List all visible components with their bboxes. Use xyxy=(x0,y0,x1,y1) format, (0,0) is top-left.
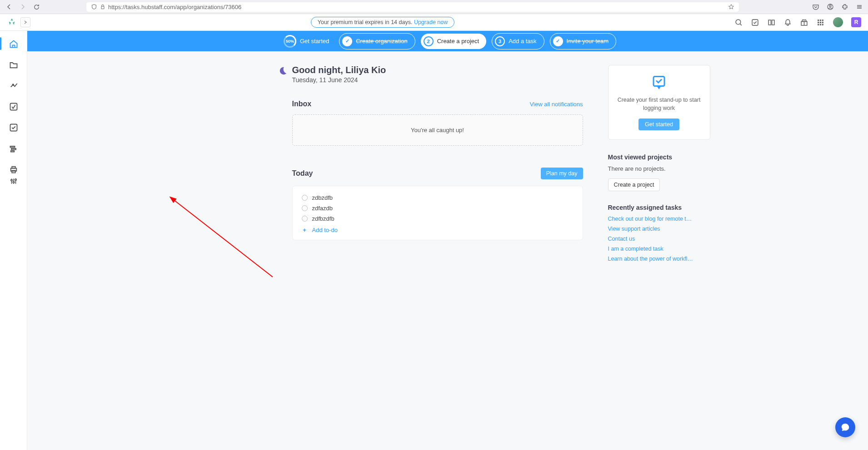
create-project-button[interactable]: Create a project xyxy=(608,178,660,191)
recent-link[interactable]: Check out our blog for remote tea… xyxy=(608,216,694,222)
svg-rect-21 xyxy=(11,148,16,150)
svg-rect-5 xyxy=(769,20,771,25)
today-title: Today xyxy=(292,169,313,178)
star-icon[interactable] xyxy=(728,4,734,10)
expand-sidebar-button[interactable] xyxy=(20,17,30,27)
inbox-title: Inbox xyxy=(292,100,312,108)
svg-point-17 xyxy=(12,84,14,85)
svg-point-28 xyxy=(15,179,16,180)
svg-point-27 xyxy=(13,182,14,183)
sidebar-folder[interactable] xyxy=(9,60,19,70)
sidebar-sprint[interactable] xyxy=(9,81,19,91)
add-todo-button[interactable]: + Add to-do xyxy=(302,224,574,233)
recent-link[interactable]: View support articles xyxy=(608,226,694,232)
svg-rect-18 xyxy=(10,104,17,110)
upgrade-link[interactable]: Upgrade now xyxy=(414,19,448,25)
recent-header: Recently assigned tasks xyxy=(608,204,710,211)
sidebar xyxy=(0,31,27,450)
search-icon[interactable] xyxy=(735,18,743,26)
content: Good night, Liliya Kio Tuesday, 11 June … xyxy=(185,51,710,293)
main-column: Good night, Liliya Kio Tuesday, 11 June … xyxy=(292,65,583,275)
progress-ring: 50% xyxy=(284,35,296,48)
svg-rect-22 xyxy=(10,151,14,152)
chat-fab[interactable] xyxy=(835,417,855,437)
svg-rect-9 xyxy=(820,20,821,21)
back-button[interactable] xyxy=(5,2,14,11)
standup-text: Create your first stand-up to start logg… xyxy=(616,96,703,112)
todo-item[interactable]: zdfazdb xyxy=(302,203,574,213)
projects-header: Most viewed projects xyxy=(608,153,710,161)
todo-item[interactable]: zdfbzdfb xyxy=(302,213,574,224)
checklist-icon[interactable] xyxy=(751,18,759,26)
panels-icon[interactable] xyxy=(768,18,776,26)
inbox-header: Inbox View all notifications xyxy=(292,100,583,108)
onboard-get-started[interactable]: 50% Get started xyxy=(279,32,334,50)
step-number: 3 xyxy=(495,36,505,46)
recent-link[interactable]: Learn about the power of workflows xyxy=(608,256,694,262)
onboarding-banner: 50% Get started ✓ Create organization 2 … xyxy=(27,31,868,51)
step-create-organization[interactable]: ✓ Create organization xyxy=(339,33,415,49)
lock-icon xyxy=(100,4,105,10)
sidebar-roadmap[interactable] xyxy=(9,143,19,153)
svg-rect-13 xyxy=(822,21,823,23)
apps-icon[interactable] xyxy=(817,18,825,26)
inbox-empty-state: You're all caught up! xyxy=(292,114,583,146)
sidebar-print[interactable] xyxy=(9,164,19,174)
check-icon: ✓ xyxy=(553,36,563,46)
todo-checkbox[interactable] xyxy=(302,195,308,201)
step-create-project[interactable]: 2 Create a project xyxy=(421,34,487,49)
svg-rect-24 xyxy=(12,167,15,168)
app-logo[interactable] xyxy=(7,17,17,27)
plan-my-day-button[interactable]: Plan my day xyxy=(541,168,583,179)
trial-banner: Your premium trial expires in 14 days. U… xyxy=(311,17,455,28)
svg-point-3 xyxy=(736,20,741,25)
standup-card: Create your first stand-up to start logg… xyxy=(608,65,710,140)
reload-button[interactable] xyxy=(32,2,41,11)
svg-rect-25 xyxy=(12,171,15,173)
sidebar-tasks[interactable] xyxy=(9,123,19,133)
sidebar-home[interactable] xyxy=(9,39,19,49)
moon-icon xyxy=(278,66,288,76)
greeting: Good night, Liliya Kio Tuesday, 11 June … xyxy=(278,65,583,84)
add-todo-label: Add to-do xyxy=(312,227,338,233)
view-all-notifications-link[interactable]: View all notifications xyxy=(530,101,583,108)
sidebar-settings[interactable] xyxy=(9,176,19,186)
svg-rect-11 xyxy=(818,21,819,23)
pocket-icon[interactable] xyxy=(812,3,820,11)
todo-item[interactable]: zdbzdfb xyxy=(302,193,574,203)
svg-rect-12 xyxy=(820,21,821,23)
svg-rect-6 xyxy=(772,20,774,25)
todo-checkbox[interactable] xyxy=(302,216,308,222)
step-label: Add a task xyxy=(509,38,536,45)
browser-chrome: https://tasks.hubstaff.com/app/organizat… xyxy=(0,0,868,14)
forward-button[interactable] xyxy=(18,2,27,11)
url-text: https://tasks.hubstaff.com/app/organizat… xyxy=(108,4,241,10)
todo-label: zdfazdb xyxy=(312,205,333,212)
todo-label: zdbzdfb xyxy=(312,194,333,201)
standup-get-started-button[interactable]: Get started xyxy=(639,119,679,130)
url-bar[interactable]: https://tasks.hubstaff.com/app/organizat… xyxy=(86,2,739,12)
greeting-date: Tuesday, 11 June 2024 xyxy=(292,76,386,84)
sidebar-activity[interactable] xyxy=(9,102,19,112)
projects-empty: There are no projects. xyxy=(608,165,710,172)
step-label: Invite your team xyxy=(567,38,609,45)
bell-icon[interactable] xyxy=(784,18,792,26)
gift-icon[interactable] xyxy=(800,18,808,26)
top-icons: R xyxy=(735,17,861,27)
menu-icon[interactable] xyxy=(855,3,863,11)
user-badge[interactable]: R xyxy=(851,17,861,27)
svg-point-2 xyxy=(829,5,831,7)
step-add-task[interactable]: 3 Add a task xyxy=(492,33,544,49)
recent-link[interactable]: Contact us xyxy=(608,236,694,242)
check-icon: ✓ xyxy=(342,36,352,46)
recent-link[interactable]: I am a completed task xyxy=(608,246,694,252)
plus-icon: + xyxy=(302,227,308,233)
side-column: Create your first stand-up to start logg… xyxy=(608,65,710,275)
svg-rect-10 xyxy=(822,20,823,21)
avatar[interactable] xyxy=(833,17,843,27)
extensions-icon[interactable] xyxy=(841,3,849,11)
todo-checkbox[interactable] xyxy=(302,205,308,211)
step-invite-team[interactable]: ✓ Invite your team xyxy=(550,33,617,49)
top-bar: Your premium trial expires in 14 days. U… xyxy=(0,14,868,31)
account-icon[interactable] xyxy=(826,3,834,11)
